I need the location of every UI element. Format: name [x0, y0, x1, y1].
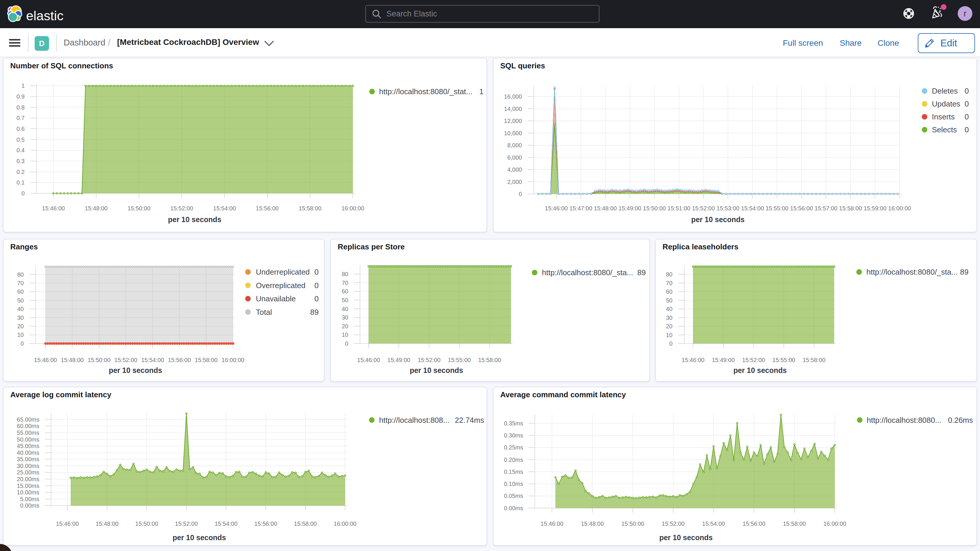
svg-text:10.00ms: 10.00ms [17, 489, 39, 495]
svg-text:10: 10 [666, 332, 673, 338]
svg-text:60: 60 [666, 288, 673, 295]
svg-text:per 10 seconds: per 10 seconds [733, 366, 787, 374]
svg-text:16:00:00: 16:00:00 [888, 205, 911, 212]
svg-text:15:58:00: 15:58:00 [195, 357, 218, 363]
svg-text:15:55:00: 15:55:00 [448, 357, 471, 363]
svg-text:55.00ms: 55.00ms [17, 430, 39, 436]
svg-text:http://localhost:8080/_stat...: http://localhost:8080/_stat... [379, 87, 473, 96]
svg-text:0.3: 0.3 [16, 158, 25, 164]
svg-text:89: 89 [960, 268, 969, 276]
svg-text:30: 30 [342, 314, 348, 321]
svg-text:15:49:00: 15:49:00 [712, 357, 735, 363]
svg-text:16,000: 16,000 [504, 93, 522, 100]
svg-text:Underreplicated: Underreplicated [256, 268, 310, 276]
svg-text:15:46:00: 15:46:00 [34, 357, 57, 363]
svg-text:40: 40 [666, 306, 673, 312]
svg-text:15:46:00: 15:46:00 [545, 205, 568, 212]
svg-text:30.00ms: 30.00ms [17, 463, 39, 469]
svg-text:15:46:00: 15:46:00 [357, 357, 380, 363]
svg-text:15:58:00: 15:58:00 [299, 205, 321, 212]
svg-text:15:54:00: 15:54:00 [141, 357, 164, 363]
svg-text:50: 50 [18, 297, 24, 304]
svg-text:0.30ms: 0.30ms [504, 432, 523, 439]
svg-text:15:46:00: 15:46:00 [541, 521, 563, 527]
svg-text:per 10 seconds: per 10 seconds [172, 533, 226, 541]
svg-text:80: 80 [342, 271, 348, 277]
svg-text:15:48:00: 15:48:00 [85, 205, 108, 212]
svg-text:50: 50 [666, 297, 673, 304]
svg-text:15:54:00: 15:54:00 [213, 205, 236, 212]
svg-text:0.4: 0.4 [16, 147, 25, 153]
svg-text:per 10 seconds: per 10 seconds [168, 215, 221, 224]
svg-text:15:52:00: 15:52:00 [662, 521, 684, 527]
svg-text:30: 30 [18, 315, 24, 321]
svg-text:0: 0 [21, 340, 24, 347]
svg-text:40.00ms: 40.00ms [17, 449, 39, 456]
svg-text:10,000: 10,000 [504, 130, 522, 137]
svg-text:0.25ms: 0.25ms [504, 444, 523, 451]
svg-text:15:50:00: 15:50:00 [127, 205, 151, 212]
svg-text:0: 0 [345, 340, 348, 347]
svg-text:0.7: 0.7 [16, 115, 25, 121]
svg-text:0.20ms: 0.20ms [504, 457, 523, 463]
svg-text:15:48:00: 15:48:00 [95, 521, 119, 527]
svg-text:15:50:00: 15:50:00 [135, 521, 158, 527]
svg-text:20.00ms: 20.00ms [17, 476, 39, 483]
svg-text:0.2: 0.2 [16, 169, 25, 175]
svg-text:0: 0 [21, 190, 25, 197]
svg-text:30: 30 [666, 315, 673, 321]
svg-text:70: 70 [18, 280, 24, 287]
svg-text:Unavailable: Unavailable [256, 294, 296, 303]
svg-text:15:55:00: 15:55:00 [772, 357, 795, 363]
svg-text:http://localhost:8080...: http://localhost:8080... [867, 416, 941, 425]
svg-text:per 10 seconds: per 10 seconds [109, 366, 162, 374]
svg-text:22.74ms: 22.74ms [455, 416, 484, 425]
svg-text:16:00:00: 16:00:00 [334, 521, 356, 527]
svg-text:15:50:00: 15:50:00 [643, 205, 666, 212]
svg-text:15:56:00: 15:56:00 [255, 521, 277, 527]
svg-text:65.00ms: 65.00ms [17, 416, 39, 423]
svg-text:45.00ms: 45.00ms [17, 443, 39, 449]
svg-text:15:51:00: 15:51:00 [668, 205, 690, 212]
svg-text:20: 20 [18, 323, 24, 330]
svg-text:15:57:00: 15:57:00 [815, 205, 837, 212]
svg-text:0.00ms: 0.00ms [20, 502, 39, 509]
svg-text:2,000: 2,000 [508, 179, 522, 185]
svg-text:12,000: 12,000 [504, 118, 522, 124]
svg-text:0.05ms: 0.05ms [504, 493, 523, 499]
svg-text:0: 0 [965, 125, 969, 134]
svg-text:15.00ms: 15.00ms [17, 483, 39, 489]
svg-text:0.35ms: 0.35ms [504, 420, 523, 427]
svg-text:15:58:00: 15:58:00 [294, 521, 317, 527]
svg-text:35.00ms: 35.00ms [17, 456, 39, 462]
svg-text:14,000: 14,000 [504, 106, 522, 112]
svg-text:40: 40 [342, 306, 348, 312]
svg-text:15:56:00: 15:56:00 [256, 205, 279, 212]
svg-text:60: 60 [18, 288, 24, 295]
svg-text:10: 10 [342, 331, 348, 338]
svg-text:8,000: 8,000 [508, 142, 522, 148]
svg-text:16:00:00: 16:00:00 [823, 521, 846, 527]
svg-text:15:59:00: 15:59:00 [864, 205, 886, 212]
svg-text:0.10ms: 0.10ms [504, 481, 523, 487]
svg-text:15:47:00: 15:47:00 [570, 205, 592, 212]
svg-text:15:56:00: 15:56:00 [168, 357, 191, 363]
svg-text:0.5: 0.5 [16, 137, 25, 143]
svg-text:per 10 seconds: per 10 seconds [691, 215, 745, 224]
svg-text:15:46:00: 15:46:00 [682, 357, 705, 363]
svg-text:20: 20 [666, 323, 673, 330]
svg-text:15:54:00: 15:54:00 [741, 205, 764, 212]
svg-text:http://localhost:808...: http://localhost:808... [379, 416, 450, 425]
svg-text:5.00ms: 5.00ms [20, 496, 39, 502]
svg-text:15:58:00: 15:58:00 [839, 205, 862, 212]
svg-text:Overreplicated: Overreplicated [256, 281, 305, 290]
svg-text:0.15ms: 0.15ms [504, 468, 523, 475]
svg-text:0: 0 [965, 99, 969, 108]
svg-text:0: 0 [965, 86, 969, 96]
svg-text:70: 70 [342, 280, 348, 286]
svg-text:0: 0 [315, 294, 319, 303]
svg-text:15:48:00: 15:48:00 [581, 521, 604, 527]
svg-text:Deletes: Deletes [932, 86, 958, 96]
svg-text:15:58:00: 15:58:00 [802, 357, 826, 363]
svg-text:50: 50 [342, 297, 348, 303]
